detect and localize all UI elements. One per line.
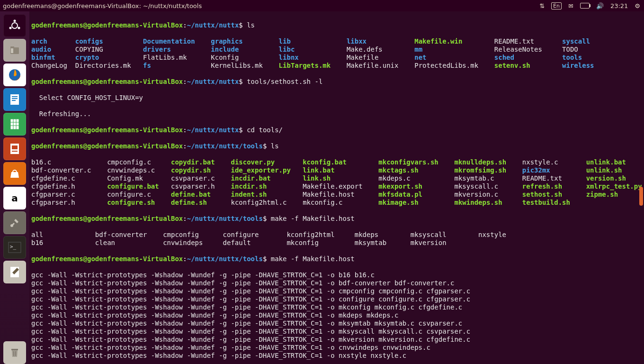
ls-row: binfmt crypto FlatLibs.mk Kconfig libnx … <box>31 54 642 62</box>
svg-rect-6 <box>11 48 13 53</box>
ls-row: audio COPYING drivers include libc Make.… <box>31 46 642 54</box>
ls-row: cfgdefine.c Config.mk csvparser.c incdir… <box>31 174 642 182</box>
writer-icon[interactable] <box>3 88 26 111</box>
gcc-line: gcc -Wall -Wstrict-prototypes -Wshadow -… <box>31 295 642 303</box>
ls-row: cfgparser.h configure.sh define.sh kconf… <box>31 199 642 207</box>
terminal-icon[interactable]: >_ <box>3 236 26 259</box>
svg-rect-19 <box>12 146 18 149</box>
output-line: Select CONFIG_HOST_LINUX=y <box>31 94 642 102</box>
ls-row: cfgdefine.h configure.bat csvparser.h in… <box>31 182 642 191</box>
prompt-line: godenfreemans@godenfreemans-VirtualBox:~… <box>31 78 642 86</box>
svg-rect-25 <box>11 349 18 350</box>
output-line: Refreshing... <box>31 110 642 118</box>
gcc-line: gcc -Wall -Wstrict-prototypes -Wshadow -… <box>31 328 642 336</box>
ls-row: ChangeLog Directories.mk fs KernelLibs.m… <box>31 62 642 70</box>
svg-point-1 <box>14 20 16 22</box>
gcc-line: gcc -Wall -Wstrict-prototypes -Wshadow -… <box>31 336 642 344</box>
window-title: godenfreemans@godenfreemans-VirtualBox: … <box>3 2 202 9</box>
gcc-line: gcc -Wall -Wstrict-prototypes -Wshadow -… <box>31 271 642 279</box>
ls-row: b16.c cmpconfig.c copydir.bat discover.p… <box>31 158 642 166</box>
make-target-row: all bdf-converter cmpconfig configure kc… <box>31 231 642 239</box>
impress-icon[interactable] <box>3 137 26 160</box>
gcc-line: gcc -Wall -Wstrict-prototypes -Wshadow -… <box>31 352 642 360</box>
gear-icon[interactable]: ⚙ <box>635 2 640 9</box>
prompt-line: godenfreemans@godenfreemans-VirtualBox:~… <box>31 21 642 29</box>
top-panel: godenfreemans@godenfreemans-VirtualBox: … <box>0 0 644 11</box>
gcc-line: gcc -Wall -Wstrict-prototypes -Wshadow -… <box>31 287 642 295</box>
gcc-line: gcc -Wall -Wstrict-prototypes -Wshadow -… <box>31 303 642 311</box>
gcc-line: gcc -Wall -Wstrict-prototypes -Wshadow -… <box>31 344 642 352</box>
indicator-tray: ⇅ En ✉ 🔊 23:21 ⚙ <box>539 0 640 11</box>
unity-launcher: a >_ <box>0 11 29 364</box>
amazon-icon[interactable]: a <box>3 187 26 209</box>
svg-rect-8 <box>10 94 19 105</box>
clock[interactable]: 23:21 <box>610 2 628 9</box>
svg-point-21 <box>10 224 13 227</box>
calc-icon[interactable] <box>3 113 26 136</box>
firefox-icon[interactable] <box>3 64 26 86</box>
svg-rect-5 <box>10 46 14 48</box>
prompt-line: godenfreemans@godenfreemans-VirtualBox:~… <box>31 215 642 223</box>
ls-row: bdf-converter.c cnvwindeps.c copydir.sh … <box>31 166 642 174</box>
battery-icon[interactable] <box>580 3 590 9</box>
svg-rect-12 <box>10 119 19 129</box>
svg-point-2 <box>18 27 20 29</box>
ls-row: arch configs Documentation graphics lib … <box>31 37 642 46</box>
dash-icon[interactable] <box>3 14 26 37</box>
text-editor-icon[interactable] <box>3 261 26 283</box>
svg-text:>_: >_ <box>10 244 17 250</box>
settings-icon[interactable] <box>3 211 26 234</box>
keyboard-indicator[interactable]: En <box>551 2 562 9</box>
prompt-line: godenfreemans@godenfreemans-VirtualBox:~… <box>31 255 642 263</box>
ls-row: cfgparser.c configure.c define.bat inden… <box>31 191 642 199</box>
svg-rect-10 <box>12 98 18 99</box>
scrollbar-thumb[interactable] <box>639 187 643 206</box>
files-icon[interactable] <box>3 39 26 62</box>
svg-point-0 <box>12 23 18 28</box>
trash-icon[interactable] <box>3 341 26 364</box>
svg-point-3 <box>9 27 12 29</box>
svg-rect-9 <box>12 96 18 97</box>
gcc-line: gcc -Wall -Wstrict-prototypes -Wshadow -… <box>31 279 642 287</box>
prompt-line: godenfreemans@godenfreemans-VirtualBox:~… <box>31 142 642 150</box>
svg-rect-11 <box>12 100 16 101</box>
terminal-output[interactable]: godenfreemans@godenfreemans-VirtualBox:~… <box>29 11 644 364</box>
volume-icon[interactable]: 🔊 <box>596 2 604 9</box>
gcc-line: gcc -Wall -Wstrict-prototypes -Wshadow -… <box>31 319 642 328</box>
prompt-line: godenfreemans@godenfreemans-VirtualBox:~… <box>31 126 642 134</box>
mail-icon[interactable]: ✉ <box>568 2 573 9</box>
svg-rect-20 <box>12 151 18 152</box>
software-center-icon[interactable] <box>3 162 26 185</box>
gcc-line: gcc -Wall -Wstrict-prototypes -Wshadow -… <box>31 311 642 319</box>
make-target-row: b16 clean cnvwindeps default mkconfig mk… <box>31 239 642 247</box>
network-icon[interactable]: ⇅ <box>539 2 545 9</box>
